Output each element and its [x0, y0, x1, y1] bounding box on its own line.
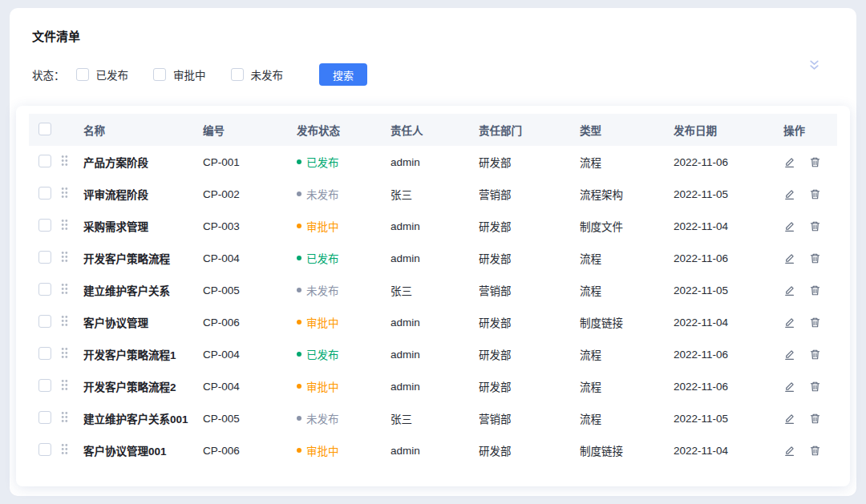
status-badge: 未发布 [297, 410, 339, 426]
status-text: 审批中 [306, 314, 339, 330]
drag-handle-icon[interactable] [61, 315, 68, 327]
edit-pencil-icon[interactable] [783, 284, 795, 296]
delete-trash-icon[interactable] [809, 381, 821, 393]
table-header-row: 名称 编号 发布状态 责任人 责任部门 类型 发布日期 操作 [29, 114, 837, 146]
doc-code: CP-003 [203, 210, 297, 242]
row-checkbox[interactable] [38, 347, 51, 360]
column-header-status: 发布状态 [297, 114, 391, 146]
column-header-actions: 操作 [783, 114, 837, 146]
filter-option-published[interactable]: 已发布 [76, 67, 129, 83]
table-row: 建立维护客户关系 CP-005 未发布 张三 营销部 流程 2022-11-05 [29, 274, 837, 306]
doc-department: 研发部 [479, 306, 580, 338]
row-checkbox[interactable] [38, 315, 51, 328]
status-badge: 未发布 [297, 186, 339, 202]
delete-trash-icon[interactable] [809, 156, 821, 168]
status-text: 已发布 [306, 154, 339, 170]
doc-owner: admin [391, 210, 479, 242]
doc-date: 2022-11-04 [674, 306, 783, 338]
column-header-name: 名称 [83, 114, 203, 146]
delete-trash-icon[interactable] [809, 413, 821, 425]
row-actions [783, 349, 837, 361]
doc-owner: 张三 [391, 274, 479, 306]
filter-option-approving[interactable]: 审批中 [153, 67, 206, 83]
status-dot-icon [297, 416, 301, 421]
published-checkbox-label: 已发布 [96, 67, 129, 83]
doc-code: CP-005 [203, 402, 297, 434]
delete-trash-icon[interactable] [809, 188, 821, 200]
edit-pencil-icon[interactable] [783, 445, 795, 457]
delete-trash-icon[interactable] [809, 284, 821, 296]
row-checkbox[interactable] [38, 251, 51, 264]
table-row: 建立维护客户关系001 CP-005 未发布 张三 营销部 流程 2022-11… [29, 402, 837, 434]
select-all-checkbox[interactable] [38, 123, 51, 135]
status-text: 审批中 [306, 218, 339, 234]
doc-department: 营销部 [479, 402, 580, 434]
status-text: 审批中 [306, 378, 339, 394]
drag-handle-icon[interactable] [61, 251, 68, 263]
delete-trash-icon[interactable] [809, 445, 821, 457]
unpublished-checkbox[interactable] [231, 68, 244, 81]
doc-department: 研发部 [479, 434, 580, 466]
doc-name: 客户协议管理001 [83, 434, 203, 466]
row-checkbox[interactable] [38, 379, 51, 392]
doc-department: 营销部 [479, 178, 580, 210]
delete-trash-icon[interactable] [809, 220, 821, 232]
table-row: 产品方案阶段 CP-001 已发布 admin 研发部 流程 2022-11-0… [29, 146, 837, 178]
status-text: 已发布 [306, 346, 339, 362]
delete-trash-icon[interactable] [809, 317, 821, 329]
edit-pencil-icon[interactable] [783, 252, 795, 264]
status-dot-icon [297, 448, 301, 453]
delete-trash-icon[interactable] [809, 349, 821, 361]
published-checkbox[interactable] [76, 68, 89, 81]
row-checkbox[interactable] [38, 155, 51, 167]
row-checkbox[interactable] [38, 283, 51, 296]
search-button[interactable]: 搜索 [319, 63, 367, 86]
approving-checkbox[interactable] [153, 68, 166, 81]
row-checkbox[interactable] [38, 443, 51, 456]
edit-pencil-icon[interactable] [783, 188, 795, 200]
filter-option-unpublished[interactable]: 未发布 [231, 67, 284, 83]
row-actions [783, 220, 837, 232]
doc-date: 2022-11-04 [674, 434, 783, 466]
status-dot-icon [297, 192, 301, 196]
status-text: 审批中 [306, 442, 339, 458]
doc-name: 建立维护客户关系001 [83, 402, 203, 434]
drag-handle-icon[interactable] [61, 283, 68, 295]
row-checkbox[interactable] [38, 187, 51, 200]
doc-name: 开发客户策略流程1 [83, 338, 203, 370]
delete-trash-icon[interactable] [809, 252, 821, 264]
doc-department: 研发部 [479, 242, 580, 274]
doc-owner: admin [391, 434, 479, 466]
drag-handle-icon[interactable] [61, 379, 68, 391]
drag-handle-icon[interactable] [61, 155, 68, 167]
drag-handle-icon[interactable] [61, 443, 68, 455]
edit-pencil-icon[interactable] [783, 317, 795, 329]
doc-name: 产品方案阶段 [83, 146, 203, 178]
doc-type: 流程 [580, 370, 674, 402]
edit-pencil-icon[interactable] [783, 413, 795, 425]
drag-handle-icon[interactable] [61, 347, 68, 359]
status-text: 未发布 [306, 410, 339, 426]
row-checkbox[interactable] [38, 219, 51, 232]
drag-handle-icon[interactable] [61, 219, 68, 231]
table-row: 客户协议管理001 CP-006 审批中 admin 研发部 制度链接 2022… [29, 434, 837, 466]
table-card: 名称 编号 发布状态 责任人 责任部门 类型 发布日期 操作 [16, 106, 850, 486]
drag-handle-icon[interactable] [61, 411, 68, 423]
row-actions [783, 188, 837, 200]
doc-code: CP-005 [203, 274, 297, 306]
doc-type: 制度链接 [580, 434, 674, 466]
doc-date: 2022-11-06 [674, 242, 783, 274]
edit-pencil-icon[interactable] [783, 349, 795, 361]
edit-pencil-icon[interactable] [783, 220, 795, 232]
row-actions [783, 317, 837, 329]
drag-handle-icon[interactable] [61, 187, 68, 199]
collapse-double-chevron-icon[interactable] [807, 59, 821, 71]
unpublished-checkbox-label: 未发布 [251, 67, 284, 83]
row-actions [783, 284, 837, 296]
edit-pencil-icon[interactable] [783, 156, 795, 168]
table-body: 产品方案阶段 CP-001 已发布 admin 研发部 流程 2022-11-0… [29, 146, 837, 466]
status-dot-icon [297, 320, 301, 325]
doc-code: CP-006 [203, 306, 297, 338]
edit-pencil-icon[interactable] [783, 381, 795, 393]
row-checkbox[interactable] [38, 411, 51, 424]
